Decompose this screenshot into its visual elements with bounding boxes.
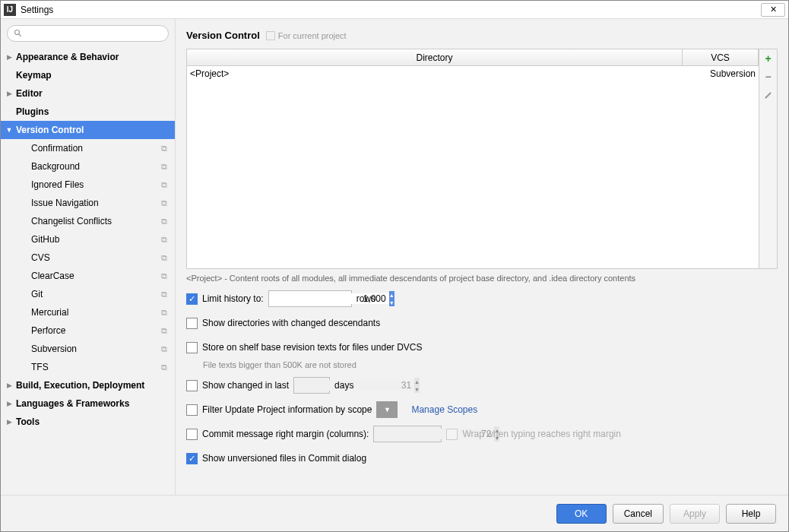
vcs-cell-vcs: Subversion: [683, 68, 756, 79]
search-box[interactable]: [7, 25, 169, 42]
commit-margin-input-wrap: ▲▼: [373, 426, 442, 442]
store-shelf-note: File texts bigger than 500K are not stor…: [186, 360, 778, 369]
project-scope-icon: ⧉: [161, 144, 167, 154]
col-vcs[interactable]: VCS: [683, 49, 759, 65]
sidebar-item-label: Plugins: [16, 106, 169, 117]
commit-margin-checkbox[interactable]: [186, 429, 198, 440]
col-directory[interactable]: Directory: [187, 49, 683, 65]
sidebar-item-plugins[interactable]: Plugins: [1, 103, 175, 121]
manage-scopes-link[interactable]: Manage Scopes: [411, 404, 477, 415]
wrap-margin-checkbox: [446, 429, 458, 440]
show-dirs-label: Show directories with changed descendant…: [202, 318, 380, 328]
chevron-right-icon[interactable]: ▶: [5, 382, 13, 389]
sidebar-item-label: Version Control: [16, 125, 169, 135]
help-button[interactable]: Help: [726, 504, 776, 524]
sidebar-item-tfs[interactable]: TFS⧉: [1, 358, 175, 376]
scope-note-text: For current project: [278, 31, 347, 40]
sidebar-item-label: Subversion: [31, 344, 169, 354]
sidebar-item-build-execution-deployment[interactable]: ▶Build, Execution, Deployment: [1, 376, 175, 394]
project-scope-icon: ⧉: [161, 180, 167, 190]
remove-vcs-button[interactable]: −: [762, 71, 775, 83]
ok-button[interactable]: OK: [556, 504, 607, 524]
project-scope-icon: ⧉: [161, 308, 167, 318]
project-scope-icon: ⧉: [161, 326, 167, 336]
sidebar-item-clearcase[interactable]: ClearCase⧉: [1, 267, 175, 285]
opt-commit-margin: Commit message right margin (columns): ▲…: [186, 426, 778, 442]
window-title: Settings: [21, 5, 761, 15]
project-scope-icon: ⧉: [161, 162, 167, 172]
sidebar-item-confirmation[interactable]: Confirmation⧉: [1, 139, 175, 157]
chevron-right-icon[interactable]: ▶: [5, 53, 13, 61]
options-panel: ✓ Limit history to: ▲▼ rows Show directo…: [186, 290, 778, 467]
sidebar-item-subversion[interactable]: Subversion⧉: [1, 340, 175, 358]
sidebar-item-issue-navigation[interactable]: Issue Navigation⧉: [1, 194, 175, 212]
sidebar-item-background[interactable]: Background⧉: [1, 157, 175, 176]
project-scope-icon: [266, 31, 275, 40]
sidebar-item-appearance-behavior[interactable]: ▶Appearance & Behavior: [1, 48, 175, 66]
sidebar: ▶Appearance & BehaviorKeymap▶EditorPlugi…: [1, 19, 176, 495]
limit-history-label: Limit history to:: [202, 293, 264, 304]
chevron-right-icon[interactable]: ▶: [5, 400, 13, 407]
show-unversioned-checkbox[interactable]: ✓: [186, 453, 198, 464]
settings-tree: ▶Appearance & BehaviorKeymap▶EditorPlugi…: [1, 48, 175, 495]
svg-point-0: [15, 30, 20, 35]
sidebar-item-cvs[interactable]: CVS⧉: [1, 249, 175, 267]
main-panel: Version Control For current project Dire…: [176, 19, 788, 495]
chevron-down-icon[interactable]: ▼: [5, 126, 13, 134]
breadcrumb: Version Control For current project: [186, 27, 778, 49]
sidebar-item-ignored-files[interactable]: Ignored Files⧉: [1, 176, 175, 194]
show-changed-checkbox[interactable]: [186, 380, 198, 391]
search-input[interactable]: [26, 28, 162, 39]
limit-history-spinner[interactable]: ▲▼: [389, 291, 394, 306]
filter-scope-label: Filter Update Project information by sco…: [202, 404, 372, 415]
commit-margin-label: Commit message right margin (columns):: [202, 429, 369, 439]
filter-scope-dropdown[interactable]: ▼: [376, 401, 398, 418]
search-wrap: [1, 19, 175, 48]
chevron-right-icon[interactable]: ▶: [5, 418, 13, 426]
app-icon: IJ: [4, 4, 16, 16]
vcs-table-body[interactable]: <Project>Subversion: [187, 66, 759, 268]
sidebar-item-git[interactable]: Git⧉: [1, 285, 175, 303]
sidebar-item-label: Git: [31, 289, 169, 299]
vcs-toolbar: + −: [759, 49, 777, 268]
sidebar-item-perforce[interactable]: Perforce⧉: [1, 321, 175, 340]
close-button[interactable]: ✕: [761, 3, 785, 17]
project-scope-icon: ⧉: [161, 344, 167, 354]
edit-vcs-button[interactable]: [762, 89, 775, 101]
sidebar-item-label: Keymap: [16, 70, 169, 81]
vcs-table-header: Directory VCS: [187, 49, 759, 66]
sidebar-item-label: CVS: [31, 252, 169, 263]
vcs-description: <Project> - Content roots of all modules…: [186, 269, 778, 290]
sidebar-item-label: Perforce: [31, 325, 169, 336]
limit-history-checkbox[interactable]: ✓: [186, 293, 198, 305]
sidebar-item-label: Editor: [16, 88, 169, 99]
project-scope-icon: ⧉: [161, 235, 167, 245]
vcs-table-wrap: Directory VCS <Project>Subversion + −: [186, 49, 778, 269]
sidebar-item-label: Appearance & Behavior: [16, 52, 169, 62]
add-vcs-button[interactable]: +: [762, 52, 775, 65]
sidebar-item-editor[interactable]: ▶Editor: [1, 84, 175, 103]
opt-show-changed: Show changed in last ▲▼ days: [186, 377, 778, 394]
show-dirs-checkbox[interactable]: [186, 318, 198, 329]
svg-line-1: [19, 34, 21, 36]
chevron-right-icon[interactable]: ▶: [5, 90, 13, 97]
opt-store-shelf: Store on shelf base revision texts for f…: [186, 339, 778, 356]
sidebar-item-version-control[interactable]: ▼Version Control: [1, 121, 175, 139]
filter-scope-checkbox[interactable]: [186, 404, 198, 416]
vcs-row[interactable]: <Project>Subversion: [187, 66, 759, 81]
show-changed-input: [294, 380, 414, 391]
sidebar-item-tools[interactable]: ▶Tools: [1, 413, 175, 431]
sidebar-item-mercurial[interactable]: Mercurial⧉: [1, 303, 175, 321]
sidebar-item-keymap[interactable]: Keymap: [1, 66, 175, 84]
sidebar-item-github[interactable]: GitHub⧉: [1, 230, 175, 249]
page-title: Version Control: [186, 30, 260, 41]
scope-note: For current project: [266, 31, 347, 40]
sidebar-item-changelist-conflicts[interactable]: Changelist Conflicts⧉: [1, 212, 175, 230]
cancel-button[interactable]: Cancel: [613, 504, 664, 524]
sidebar-item-label: TFS: [31, 362, 169, 372]
sidebar-item-languages-frameworks[interactable]: ▶Languages & Frameworks: [1, 394, 175, 413]
sidebar-item-label: Issue Navigation: [31, 198, 169, 208]
limit-history-suffix: rows: [356, 293, 375, 304]
apply-button: Apply: [670, 504, 720, 524]
store-shelf-checkbox[interactable]: [186, 342, 198, 353]
